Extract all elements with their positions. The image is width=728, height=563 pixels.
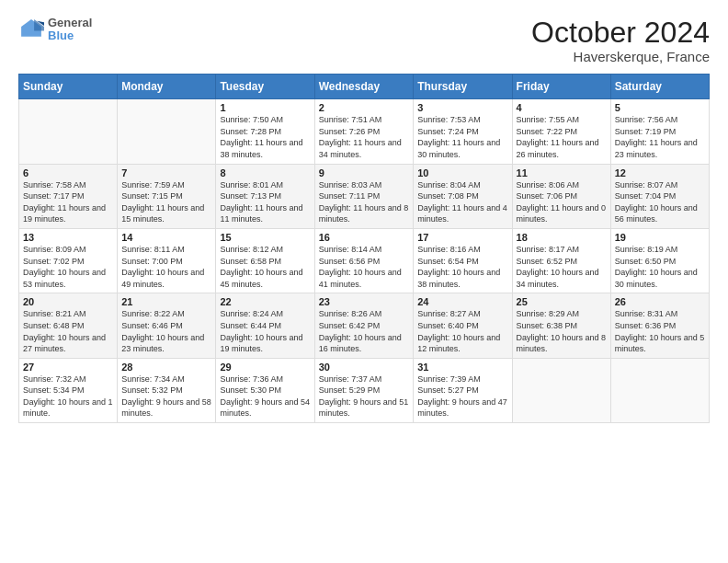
day-number: 3 (417, 102, 507, 113)
day-info: Sunrise: 7:51 AM Sunset: 7:26 PM Dayligh… (319, 114, 410, 160)
weekday-header-row: SundayMondayTuesdayWednesdayThursdayFrid… (19, 75, 710, 99)
calendar-title: October 2024 (531, 17, 710, 49)
day-info: Sunrise: 8:03 AM Sunset: 7:11 PM Dayligh… (319, 179, 410, 225)
calendar-cell: 17Sunrise: 8:16 AM Sunset: 6:54 PM Dayli… (414, 228, 512, 293)
calendar-cell: 18Sunrise: 8:17 AM Sunset: 6:52 PM Dayli… (512, 228, 610, 293)
day-info: Sunrise: 8:21 AM Sunset: 6:48 PM Dayligh… (23, 308, 113, 354)
calendar-cell: 16Sunrise: 8:14 AM Sunset: 6:56 PM Dayli… (314, 228, 414, 293)
day-info: Sunrise: 8:07 AM Sunset: 7:04 PM Dayligh… (615, 179, 705, 225)
day-info: Sunrise: 8:19 AM Sunset: 6:50 PM Dayligh… (615, 244, 705, 290)
logo-line1: General (48, 17, 92, 29)
calendar-cell: 2Sunrise: 7:51 AM Sunset: 7:26 PM Daylig… (314, 99, 414, 164)
day-number: 24 (417, 296, 507, 307)
weekday-header-tuesday: Tuesday (216, 75, 314, 99)
logo: General Blue (18, 17, 92, 43)
title-block: October 2024 Haverskerque, France (531, 17, 710, 64)
calendar-cell: 13Sunrise: 8:09 AM Sunset: 7:02 PM Dayli… (19, 228, 118, 293)
day-number: 19 (615, 232, 705, 243)
day-number: 22 (220, 296, 310, 307)
day-number: 18 (517, 232, 607, 243)
header: General Blue October 2024 Haverskerque, … (18, 17, 710, 64)
calendar-cell: 24Sunrise: 8:27 AM Sunset: 6:40 PM Dayli… (414, 293, 512, 358)
day-info: Sunrise: 8:14 AM Sunset: 6:56 PM Dayligh… (319, 244, 410, 290)
day-number: 29 (220, 362, 310, 373)
calendar-week-row: 20Sunrise: 8:21 AM Sunset: 6:48 PM Dayli… (19, 293, 710, 358)
calendar-week-row: 13Sunrise: 8:09 AM Sunset: 7:02 PM Dayli… (19, 228, 710, 293)
day-number: 5 (615, 102, 705, 113)
day-number: 10 (417, 167, 507, 178)
day-info: Sunrise: 7:55 AM Sunset: 7:22 PM Dayligh… (517, 114, 607, 160)
day-info: Sunrise: 8:24 AM Sunset: 6:44 PM Dayligh… (220, 308, 310, 354)
calendar-cell: 4Sunrise: 7:55 AM Sunset: 7:22 PM Daylig… (512, 99, 610, 164)
day-number: 23 (319, 296, 410, 307)
day-number: 16 (319, 232, 410, 243)
calendar-cell: 6Sunrise: 7:58 AM Sunset: 7:17 PM Daylig… (19, 164, 118, 228)
day-info: Sunrise: 8:06 AM Sunset: 7:06 PM Dayligh… (517, 179, 607, 225)
day-number: 14 (121, 232, 211, 243)
day-number: 1 (220, 102, 310, 113)
day-number: 25 (517, 296, 607, 307)
day-info: Sunrise: 7:34 AM Sunset: 5:32 PM Dayligh… (121, 373, 211, 419)
calendar-cell: 14Sunrise: 8:11 AM Sunset: 7:00 PM Dayli… (118, 228, 216, 293)
calendar-cell: 31Sunrise: 7:39 AM Sunset: 5:27 PM Dayli… (414, 358, 512, 422)
calendar-cell: 20Sunrise: 8:21 AM Sunset: 6:48 PM Dayli… (19, 293, 118, 358)
day-info: Sunrise: 8:04 AM Sunset: 7:08 PM Dayligh… (417, 179, 507, 225)
day-info: Sunrise: 8:17 AM Sunset: 6:52 PM Dayligh… (517, 244, 607, 290)
page: General Blue October 2024 Haverskerque, … (0, 0, 728, 563)
day-number: 27 (23, 362, 113, 373)
day-info: Sunrise: 8:11 AM Sunset: 7:00 PM Dayligh… (121, 244, 211, 290)
calendar-cell: 5Sunrise: 7:56 AM Sunset: 7:19 PM Daylig… (610, 99, 709, 164)
day-info: Sunrise: 7:32 AM Sunset: 5:34 PM Dayligh… (23, 373, 113, 419)
day-number: 26 (615, 296, 705, 307)
weekday-header-sunday: Sunday (19, 75, 118, 99)
day-info: Sunrise: 7:37 AM Sunset: 5:29 PM Dayligh… (319, 373, 410, 419)
calendar-cell (118, 99, 216, 164)
day-number: 12 (615, 167, 705, 178)
day-number: 15 (220, 232, 310, 243)
day-info: Sunrise: 8:26 AM Sunset: 6:42 PM Dayligh… (319, 308, 410, 354)
svg-marker-1 (34, 19, 44, 30)
day-number: 13 (23, 232, 113, 243)
day-info: Sunrise: 7:36 AM Sunset: 5:30 PM Dayligh… (220, 373, 310, 419)
calendar-cell: 29Sunrise: 7:36 AM Sunset: 5:30 PM Dayli… (216, 358, 314, 422)
day-info: Sunrise: 8:29 AM Sunset: 6:38 PM Dayligh… (517, 308, 607, 354)
day-info: Sunrise: 8:16 AM Sunset: 6:54 PM Dayligh… (417, 244, 507, 290)
calendar-cell: 9Sunrise: 8:03 AM Sunset: 7:11 PM Daylig… (314, 164, 414, 228)
day-number: 20 (23, 296, 113, 307)
calendar-cell: 30Sunrise: 7:37 AM Sunset: 5:29 PM Dayli… (314, 358, 414, 422)
weekday-header-monday: Monday (118, 75, 216, 99)
calendar-cell: 1Sunrise: 7:50 AM Sunset: 7:28 PM Daylig… (216, 99, 314, 164)
day-number: 31 (417, 362, 507, 373)
day-info: Sunrise: 8:09 AM Sunset: 7:02 PM Dayligh… (23, 244, 113, 290)
calendar-cell: 22Sunrise: 8:24 AM Sunset: 6:44 PM Dayli… (216, 293, 314, 358)
calendar-cell: 21Sunrise: 8:22 AM Sunset: 6:46 PM Dayli… (118, 293, 216, 358)
day-info: Sunrise: 7:56 AM Sunset: 7:19 PM Dayligh… (615, 114, 705, 160)
logo-text: General Blue (48, 17, 92, 43)
day-number: 28 (121, 362, 211, 373)
weekday-header-wednesday: Wednesday (314, 75, 414, 99)
calendar-cell: 8Sunrise: 8:01 AM Sunset: 7:13 PM Daylig… (216, 164, 314, 228)
calendar-cell: 11Sunrise: 8:06 AM Sunset: 7:06 PM Dayli… (512, 164, 610, 228)
calendar-cell: 15Sunrise: 8:12 AM Sunset: 6:58 PM Dayli… (216, 228, 314, 293)
calendar-cell: 3Sunrise: 7:53 AM Sunset: 7:24 PM Daylig… (414, 99, 512, 164)
day-number: 17 (417, 232, 507, 243)
day-info: Sunrise: 7:58 AM Sunset: 7:17 PM Dayligh… (23, 179, 113, 225)
day-number: 7 (121, 167, 211, 178)
day-number: 11 (517, 167, 607, 178)
calendar-week-row: 6Sunrise: 7:58 AM Sunset: 7:17 PM Daylig… (19, 164, 710, 228)
calendar-cell: 26Sunrise: 8:31 AM Sunset: 6:36 PM Dayli… (610, 293, 709, 358)
calendar-cell: 27Sunrise: 7:32 AM Sunset: 5:34 PM Dayli… (19, 358, 118, 422)
calendar-week-row: 1Sunrise: 7:50 AM Sunset: 7:28 PM Daylig… (19, 99, 710, 164)
calendar-cell: 12Sunrise: 8:07 AM Sunset: 7:04 PM Dayli… (610, 164, 709, 228)
weekday-header-friday: Friday (512, 75, 610, 99)
calendar-week-row: 27Sunrise: 7:32 AM Sunset: 5:34 PM Dayli… (19, 358, 710, 422)
calendar-subtitle: Haverskerque, France (531, 49, 710, 64)
calendar-cell: 28Sunrise: 7:34 AM Sunset: 5:32 PM Dayli… (118, 358, 216, 422)
day-number: 30 (319, 362, 410, 373)
day-info: Sunrise: 7:39 AM Sunset: 5:27 PM Dayligh… (417, 373, 507, 419)
weekday-header-thursday: Thursday (414, 75, 512, 99)
day-info: Sunrise: 8:01 AM Sunset: 7:13 PM Dayligh… (220, 179, 310, 225)
calendar-cell: 25Sunrise: 8:29 AM Sunset: 6:38 PM Dayli… (512, 293, 610, 358)
day-info: Sunrise: 8:27 AM Sunset: 6:40 PM Dayligh… (417, 308, 507, 354)
calendar-cell (512, 358, 610, 422)
